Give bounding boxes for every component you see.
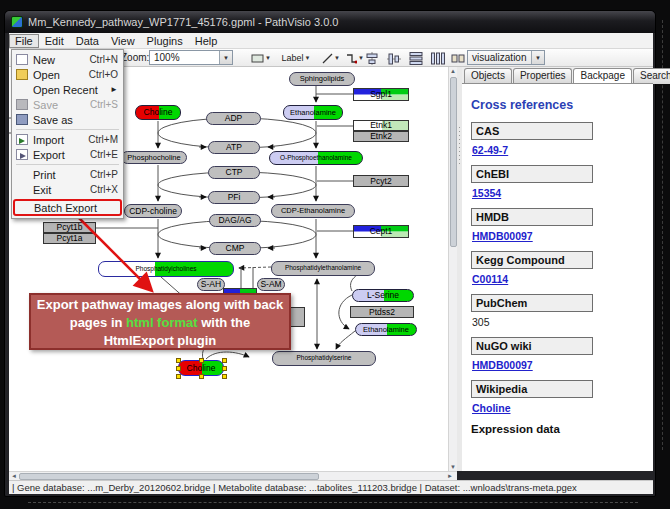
node-label: Pcyt1a xyxy=(57,234,83,243)
menu-item-open[interactable]: OpenCtrl+O xyxy=(13,67,122,82)
distribute-horizontal-icon[interactable] xyxy=(427,50,449,66)
pathway-node-cdp-choline[interactable]: CDP-choline xyxy=(124,204,182,218)
tab-properties[interactable]: Properties xyxy=(513,68,573,84)
node-label: Choline xyxy=(187,364,216,373)
menu-help[interactable]: Help xyxy=(189,34,224,48)
canvas-horizontal-scrollbar[interactable]: ◄ ► xyxy=(9,471,457,480)
pathway-node-cept1[interactable]: Cept1 xyxy=(353,225,409,238)
menu-item-open-recent[interactable]: Open Recent► xyxy=(13,82,122,97)
scrollbar-thumb[interactable] xyxy=(450,77,457,247)
pathway-node-s-am[interactable]: S-AM xyxy=(257,278,285,291)
scrollbar-thumb[interactable] xyxy=(19,473,319,480)
tab-objects[interactable]: Objects xyxy=(464,68,512,84)
pathway-node-etnk1[interactable]: Etnk1 xyxy=(353,120,409,131)
pathway-node-pcyt2[interactable]: Pcyt2 xyxy=(353,175,409,187)
menu-item-print[interactable]: PrintCtrl+P xyxy=(13,167,122,182)
selection-handle[interactable] xyxy=(176,366,181,371)
chevron-down-icon[interactable]: ▼ xyxy=(531,51,544,64)
menu-item-save-as[interactable]: Save as xyxy=(13,112,122,127)
scroll-up-icon[interactable]: ▲ xyxy=(450,68,456,74)
menu-edit[interactable]: Edit xyxy=(39,34,70,48)
align-center-horizontal-icon[interactable] xyxy=(361,50,383,66)
pathway-node-phosphocholine[interactable]: Phosphocholine xyxy=(121,151,187,164)
menu-plugins[interactable]: Plugins xyxy=(141,34,189,48)
datanode-tool-button[interactable]: ▼ xyxy=(247,50,275,66)
menubar: File Edit Data View Plugins Help xyxy=(9,33,653,49)
menu-item-import[interactable]: ImportCtrl+M xyxy=(13,132,122,147)
xref-link[interactable]: Choline xyxy=(472,402,511,414)
app-window: Mm_Kennedy_pathway_WP1771_45176.gpml - P… xyxy=(4,10,656,497)
window-title: Mm_Kennedy_pathway_WP1771_45176.gpml - P… xyxy=(28,16,338,28)
distribute-vertical-icon[interactable] xyxy=(405,50,427,66)
scroll-right-icon[interactable]: ► xyxy=(447,473,453,479)
pathway-node-atp[interactable]: ATP xyxy=(208,141,260,154)
pathway-node-adp[interactable]: ADP xyxy=(206,112,261,125)
saveas-icon xyxy=(16,114,28,125)
menu-item-save[interactable]: SaveCtrl+S xyxy=(13,97,122,112)
canvas-vertical-scrollbar[interactable]: ▲ ▼ xyxy=(448,67,457,471)
chevron-down-icon[interactable]: ▼ xyxy=(219,51,232,64)
pathway-node-phosphatidylethanolamine[interactable]: Phosphatidylethanolamine xyxy=(271,261,375,276)
titlebar[interactable]: Mm_Kennedy_pathway_WP1771_45176.gpml - P… xyxy=(5,11,655,33)
selection-handle[interactable] xyxy=(199,358,204,363)
menu-view[interactable]: View xyxy=(105,34,141,48)
statusbar: | Gene database: ...m_Derby_20120602.bri… xyxy=(9,480,653,494)
pathway-node-sphingolipids[interactable]: Sphingolipids xyxy=(289,72,355,86)
selection-handle[interactable] xyxy=(222,366,227,371)
menu-data[interactable]: Data xyxy=(70,34,105,48)
menu-item-exit[interactable]: ExitCtrl+X xyxy=(13,182,122,197)
node-label: Phosphatidylethanolamine xyxy=(285,265,361,272)
selection-handle[interactable] xyxy=(222,374,227,379)
selection-handle[interactable] xyxy=(176,358,181,363)
menu-item-new[interactable]: NewCtrl+N xyxy=(13,52,122,67)
pathway-node-etnk2[interactable]: Etnk2 xyxy=(353,131,409,142)
line-tool-button[interactable]: ▼ xyxy=(319,50,343,66)
xref-section-wikipedia: WikipediaCholine xyxy=(471,380,653,414)
pathway-node-choline[interactable]: Choline xyxy=(135,105,181,120)
pathway-node-ptdss2[interactable]: Ptdss2 xyxy=(350,306,414,318)
node-label: Sgpl1 xyxy=(370,90,392,99)
pathway-node-dag-ag[interactable]: DAG/AG xyxy=(209,214,261,227)
xref-link[interactable]: 62-49-7 xyxy=(472,144,508,156)
scroll-down-icon[interactable]: ▼ xyxy=(450,464,456,470)
pathway-node-ctp[interactable]: CTP xyxy=(208,166,260,179)
xref-link[interactable]: HMDB00097 xyxy=(472,359,533,371)
pathway-node-cmp[interactable]: CMP xyxy=(209,242,261,255)
pathway-node-l-serine[interactable]: L-Serine xyxy=(352,289,414,302)
common-size-icon[interactable] xyxy=(447,50,469,66)
pathway-node-pcyt1b[interactable]: Pcyt1b xyxy=(43,222,96,233)
xref-link[interactable]: HMDB00097 xyxy=(472,230,533,242)
expression-data-heading: Expression data xyxy=(471,423,653,435)
zoom-combobox[interactable]: 100% ▼ xyxy=(149,50,233,65)
align-center-vertical-icon[interactable] xyxy=(383,50,405,66)
selection-handle[interactable] xyxy=(222,358,227,363)
menu-file[interactable]: File xyxy=(9,34,39,48)
label-tool-button[interactable]: Label▼ xyxy=(277,50,315,66)
pathway-node-s-ah[interactable]: S-AH xyxy=(197,278,225,291)
pathway-node-o-phosphoethanolamine[interactable]: O-Phosphoethanolamine xyxy=(269,151,363,165)
xref-source-name: Kegg Compound xyxy=(471,251,593,269)
pathway-node-pfi[interactable]: PFi xyxy=(208,191,260,204)
pathway-node-ethanolamine[interactable]: Ethanolamine xyxy=(355,323,417,336)
selection-handle[interactable] xyxy=(199,374,204,379)
xref-link[interactable]: C00114 xyxy=(472,273,508,285)
statusbar-text: | Gene database: ...m_Derby_20120602.bri… xyxy=(12,482,577,493)
pathway-node-choline[interactable]: Choline xyxy=(178,360,224,376)
scroll-left-icon[interactable]: ◄ xyxy=(11,473,17,479)
pathway-node-pcyt1a[interactable]: Pcyt1a xyxy=(43,233,96,244)
pathway-node-phosphatidylserine[interactable]: Phosphatidylserine xyxy=(272,351,376,366)
pathway-node-ethanolamine[interactable]: Ethanolamine xyxy=(283,105,343,120)
pathway-node-cdp-ethanolamine[interactable]: CDP-Ethanolamine xyxy=(271,204,355,218)
pathway-node-sgpl1[interactable]: Sgpl1 xyxy=(353,88,409,101)
xref-section-nugo-wiki: NuGO wikiHMDB00097 xyxy=(471,337,653,371)
pathway-node-phosphatidylcholines[interactable]: Phosphatidylcholines xyxy=(98,261,234,277)
menu-item-export[interactable]: ExportCtrl+E xyxy=(13,147,122,162)
visualization-combobox[interactable]: visualization ▼ xyxy=(467,50,545,65)
tab-backpage[interactable]: Backpage xyxy=(573,68,631,84)
xref-link[interactable]: 15354 xyxy=(472,187,501,199)
menu-item-batch-export[interactable]: Batch Export xyxy=(14,200,121,215)
selection-handle[interactable] xyxy=(176,374,181,379)
side-panel-tabs: Objects Properties Backpage Search Legen… xyxy=(464,68,670,84)
blank-icon xyxy=(16,184,28,195)
tab-search[interactable]: Search xyxy=(633,68,670,84)
